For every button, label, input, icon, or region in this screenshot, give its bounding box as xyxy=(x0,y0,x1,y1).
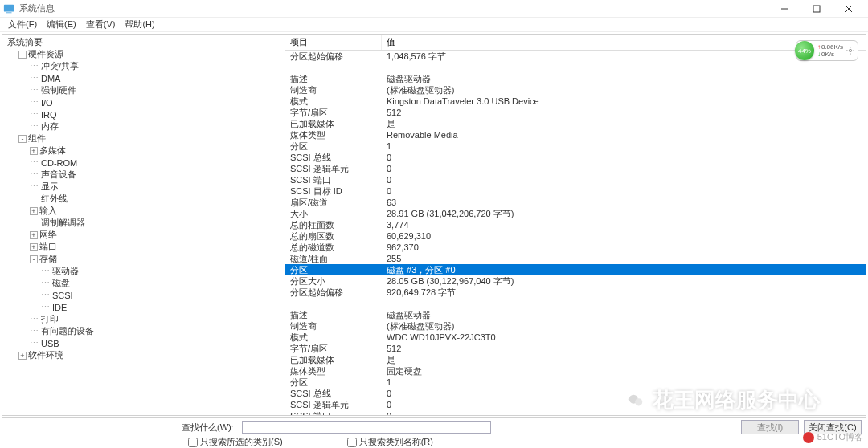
tree-node[interactable]: ⋯磁盘 xyxy=(39,277,283,289)
collapse-icon[interactable]: - xyxy=(18,51,27,59)
tree-node[interactable]: +输入 xyxy=(28,205,283,217)
close-button[interactable] xyxy=(833,0,865,18)
menu-file[interactable]: 文件(F) xyxy=(5,18,40,31)
tree-pane[interactable]: 系统摘要-硬件资源⋯冲突/共享⋯DMA⋯强制硬件⋯I/O⋯IRQ⋯内存-组件+多… xyxy=(2,35,285,415)
tree-node[interactable]: ⋯声音设备 xyxy=(28,169,283,181)
tree-node[interactable]: ⋯冲突/共享 xyxy=(28,60,283,72)
detail-row[interactable]: SCSI 端口0 xyxy=(285,174,866,185)
tree-node[interactable]: 系统摘要 xyxy=(6,36,283,48)
collapse-icon[interactable]: - xyxy=(30,255,38,263)
detail-row[interactable]: 分区起始偏移920,649,728 字节 xyxy=(285,287,866,298)
checkbox-category-names[interactable]: 只搜索类别名称(R) xyxy=(344,436,436,448)
header-column-item[interactable]: 项目 xyxy=(285,35,382,50)
detail-key: 已加载媒体 xyxy=(285,354,382,366)
checkbox-category-names-input[interactable] xyxy=(347,438,357,447)
tree-node[interactable]: ⋯有问题的设备 xyxy=(28,325,283,337)
tree-node[interactable]: -组件 xyxy=(17,132,283,145)
detail-row[interactable]: 描述磁盘驱动器 xyxy=(285,73,866,84)
detail-row[interactable]: 制造商(标准磁盘驱动器) xyxy=(285,84,866,96)
tree-node-label: DMA xyxy=(41,74,60,83)
expand-icon[interactable]: + xyxy=(30,207,38,215)
blog-logo-icon xyxy=(803,432,814,443)
expand-icon[interactable]: + xyxy=(30,147,38,155)
menu-edit[interactable]: 编辑(E) xyxy=(43,18,80,31)
tree-node[interactable]: ⋯SCSI xyxy=(39,289,283,301)
detail-row[interactable]: 制造商(标准磁盘驱动器) xyxy=(285,320,866,332)
find-button[interactable]: 查找(I) xyxy=(741,420,799,434)
tree-leaf-marker: ⋯ xyxy=(41,278,50,288)
detail-row[interactable]: 媒体类型Removable Media xyxy=(285,129,866,141)
minimize-button[interactable] xyxy=(768,0,800,18)
detail-row[interactable]: 字节/扇区512 xyxy=(285,343,866,354)
tree-node[interactable]: +多媒体 xyxy=(28,145,283,157)
menu-view[interactable]: 查看(V) xyxy=(83,18,119,31)
detail-value: 60,629,310 xyxy=(382,231,866,241)
tree-node[interactable]: +端口 xyxy=(28,241,283,253)
tree-node[interactable]: ⋯强制硬件 xyxy=(28,84,283,96)
tree-node[interactable]: -硬件资源 xyxy=(17,48,283,60)
tree-node[interactable]: ⋯内存 xyxy=(28,120,283,132)
detail-row[interactable]: SCSI 逻辑单元0 xyxy=(285,163,866,174)
menu-help[interactable]: 帮助(H) xyxy=(121,18,158,31)
detail-row[interactable]: 总的柱面数3,774 xyxy=(285,219,866,230)
badge-settings-icon[interactable] xyxy=(846,47,854,55)
expand-icon[interactable]: + xyxy=(18,352,27,360)
system-tree[interactable]: 系统摘要-硬件资源⋯冲突/共享⋯DMA⋯强制硬件⋯I/O⋯IRQ⋯内存-组件+多… xyxy=(4,36,283,361)
tree-leaf-marker: ⋯ xyxy=(30,85,39,96)
title-bar: 系统信息 xyxy=(0,0,868,18)
tree-node[interactable]: ⋯CD-ROM xyxy=(28,157,283,169)
detail-row[interactable]: 扇区/磁道63 xyxy=(285,197,866,208)
detail-row[interactable]: 分区1 xyxy=(285,141,866,152)
detail-row[interactable]: 分区磁盘 #3，分区 #0 xyxy=(285,264,866,275)
tree-node[interactable]: ⋯DMA xyxy=(28,72,283,84)
tree-node[interactable]: ⋯IDE xyxy=(39,301,283,313)
detail-row[interactable]: SCSI 总线0 xyxy=(285,152,866,163)
search-input[interactable] xyxy=(242,421,491,434)
tree-node[interactable]: ⋯打印 xyxy=(28,313,283,325)
detail-row[interactable]: 大小28.91 GB (31,042,206,720 字节) xyxy=(285,208,866,219)
tree-node[interactable]: ⋯USB xyxy=(28,337,283,349)
checkbox-selected-category-input[interactable] xyxy=(188,438,198,447)
detail-row[interactable]: 字节/扇区512 xyxy=(285,107,866,118)
detail-row[interactable]: 已加载媒体是 xyxy=(285,118,866,129)
collapse-icon[interactable]: - xyxy=(18,135,27,143)
detail-row[interactable]: 描述磁盘驱动器 xyxy=(285,309,866,320)
expand-icon[interactable]: + xyxy=(30,243,38,251)
menu-bar: 文件(F) 编辑(E) 查看(V) 帮助(H) xyxy=(0,18,868,32)
detail-row[interactable]: 磁道/柱面255 xyxy=(285,253,866,264)
detail-header[interactable]: 项目 值 xyxy=(285,35,866,51)
detail-value: 是 xyxy=(382,354,866,366)
detail-key: SCSI 总线 xyxy=(285,152,382,164)
checkbox-selected-category-label: 只搜索所选的类别(S) xyxy=(200,436,283,448)
network-monitor-badge[interactable]: 44% 0.06K/s 0K/s xyxy=(796,40,858,61)
detail-row[interactable]: 分区大小28.05 GB (30,122,967,040 字节) xyxy=(285,275,866,287)
detail-key: SCSI 总线 xyxy=(285,388,382,400)
tree-node[interactable]: ⋯红外线 xyxy=(28,193,283,205)
detail-key: 大小 xyxy=(285,208,382,220)
network-speeds: 0.06K/s 0K/s xyxy=(817,43,843,58)
tree-node[interactable]: ⋯驱动器 xyxy=(39,265,283,277)
tree-node[interactable]: +网络 xyxy=(28,229,283,241)
checkbox-selected-category[interactable]: 只搜索所选的类别(S) xyxy=(185,436,286,448)
header-column-value[interactable]: 值 xyxy=(382,35,866,50)
tree-node[interactable]: ⋯显示 xyxy=(28,181,283,193)
maximize-button[interactable] xyxy=(800,0,833,18)
detail-key: 模式 xyxy=(285,96,382,108)
detail-row[interactable]: 分区起始偏移1,048,576 字节 xyxy=(285,51,866,62)
detail-pane[interactable]: 项目 值 分区起始偏移1,048,576 字节描述磁盘驱动器制造商(标准磁盘驱动… xyxy=(285,35,866,415)
tree-node[interactable]: ⋯IRQ xyxy=(28,108,283,120)
detail-row[interactable]: SCSI 目标 ID0 xyxy=(285,185,866,197)
detail-row[interactable]: 已加载媒体是 xyxy=(285,354,866,365)
detail-rows[interactable]: 分区起始偏移1,048,576 字节描述磁盘驱动器制造商(标准磁盘驱动器)模式K… xyxy=(285,51,866,415)
detail-row[interactable]: 总的磁道数962,370 xyxy=(285,242,866,253)
search-footer: 查找什么(W): 查找(I) 关闭查找(C) 只搜索所选的类别(S) 只搜索类别… xyxy=(2,417,866,446)
tree-node[interactable]: ⋯调制解调器 xyxy=(28,217,283,229)
tree-node[interactable]: -存储 xyxy=(28,253,283,265)
tree-node[interactable]: +软件环境 xyxy=(17,349,283,361)
detail-row[interactable]: 模式Kingston DataTraveler 3.0 USB Device xyxy=(285,96,866,107)
tree-node[interactable]: ⋯I/O xyxy=(28,96,283,108)
detail-row[interactable]: 总的扇区数60,629,310 xyxy=(285,230,866,242)
expand-icon[interactable]: + xyxy=(30,231,38,239)
detail-row[interactable]: 媒体类型固定硬盘 xyxy=(285,365,866,377)
detail-row[interactable]: 模式WDC WD10JPVX-22JC3T0 xyxy=(285,332,866,343)
